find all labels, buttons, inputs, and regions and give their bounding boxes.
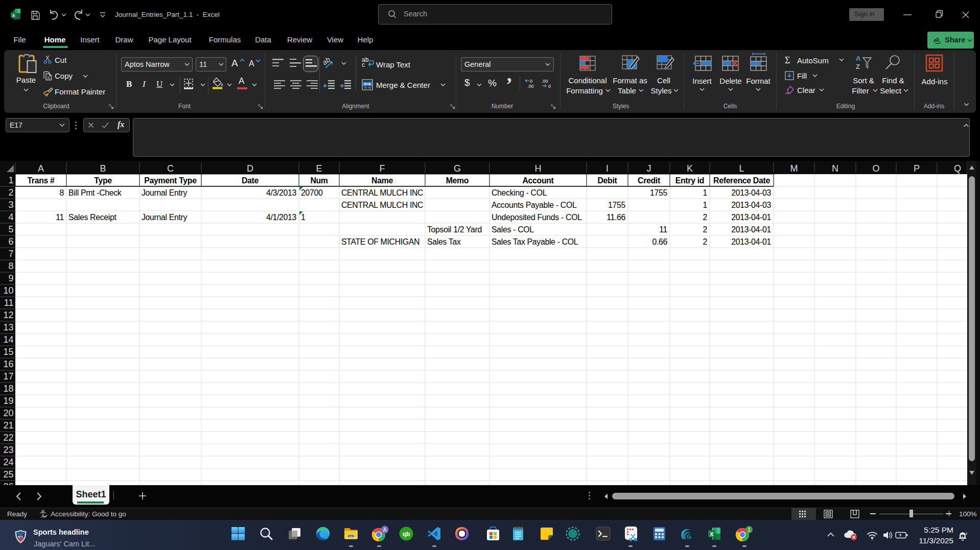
svg-text:Sales Receipt: Sales Receipt <box>68 213 116 222</box>
svg-text:Type: Type <box>94 176 112 185</box>
svg-text:I: I <box>606 163 609 174</box>
svg-text:1755: 1755 <box>650 188 667 197</box>
svg-text:F: F <box>380 163 385 174</box>
svg-text:4/1/2013: 4/1/2013 <box>266 213 297 222</box>
svg-text:Bill Pmt -Check: Bill Pmt -Check <box>68 188 122 197</box>
svg-text:D: D <box>247 163 253 174</box>
svg-text:CENTRAL MULCH INC: CENTRAL MULCH INC <box>341 201 423 209</box>
svg-text:11: 11 <box>659 225 667 234</box>
svg-text:Undeposited Funds - COL: Undeposited Funds - COL <box>492 213 582 222</box>
svg-text:Account: Account <box>522 176 554 185</box>
svg-text:2013-04-03: 2013-04-03 <box>731 201 771 209</box>
svg-text:19: 19 <box>3 396 13 406</box>
svg-text:12: 12 <box>3 310 13 320</box>
svg-text:16: 16 <box>3 359 13 369</box>
svg-text:A: A <box>856 55 861 62</box>
svg-text:2013-04-03: 2013-04-03 <box>731 188 771 197</box>
svg-text:25: 25 <box>3 469 13 480</box>
svg-text:7: 7 <box>8 249 13 259</box>
svg-text:2: 2 <box>703 225 708 234</box>
svg-text:11.66: 11.66 <box>606 213 625 222</box>
svg-text:26: 26 <box>3 482 13 485</box>
svg-text:z: z <box>966 531 968 536</box>
svg-text:Q: Q <box>954 163 961 174</box>
svg-text:H: H <box>535 163 542 174</box>
svg-text:2013-04-01: 2013-04-01 <box>731 225 771 234</box>
svg-text:23: 23 <box>3 445 13 455</box>
svg-text:Name: Name <box>371 176 393 185</box>
svg-text:Accounts Payable - COL: Accounts Payable - COL <box>492 201 577 209</box>
svg-text:x: x <box>12 13 15 18</box>
svg-text:N: N <box>832 163 838 174</box>
svg-text:20700: 20700 <box>301 188 323 197</box>
svg-text:E: E <box>316 163 322 174</box>
svg-text:J: J <box>647 163 651 174</box>
svg-text:A: A <box>38 163 44 174</box>
svg-text:9: 9 <box>8 273 13 283</box>
svg-text:1: 1 <box>703 188 708 197</box>
svg-text:K: K <box>687 163 693 174</box>
svg-text:Entry id: Entry id <box>675 176 704 185</box>
svg-text:Reference Date: Reference Date <box>713 176 770 185</box>
svg-text:Debit: Debit <box>598 176 618 185</box>
svg-text:Trans #: Trans # <box>27 176 55 185</box>
svg-text:Z: Z <box>856 63 860 70</box>
svg-text:Sales - COL: Sales - COL <box>492 225 534 234</box>
svg-text:3: 3 <box>8 200 13 210</box>
svg-text:1: 1 <box>748 527 751 533</box>
svg-text:.00: .00 <box>542 79 548 84</box>
svg-text:Memo: Memo <box>446 176 469 185</box>
svg-text:14: 14 <box>3 334 13 345</box>
svg-text:P: P <box>914 163 920 174</box>
svg-text:Journal Entry: Journal Entry <box>142 188 188 197</box>
svg-text:Sales Tax Payable - COL: Sales Tax Payable - COL <box>492 237 578 246</box>
svg-text:z: z <box>962 535 964 538</box>
svg-text:11: 11 <box>56 213 64 222</box>
svg-text:O: O <box>872 163 879 174</box>
svg-text:Checking - COL: Checking - COL <box>492 188 547 197</box>
svg-text:Num: Num <box>310 176 328 185</box>
svg-text:Journal Entry: Journal Entry <box>142 213 188 222</box>
svg-text:13: 13 <box>3 322 13 332</box>
svg-text:1755: 1755 <box>608 201 625 209</box>
svg-text:8: 8 <box>60 188 64 197</box>
svg-text:Credit: Credit <box>638 176 661 185</box>
svg-text:0: 0 <box>548 84 551 89</box>
svg-text:5: 5 <box>8 224 13 234</box>
svg-text:0: 0 <box>530 79 532 84</box>
svg-text:20: 20 <box>3 408 13 418</box>
svg-text:Sales Tax: Sales Tax <box>427 237 461 246</box>
svg-text:A: A <box>383 527 387 533</box>
svg-text:qb: qb <box>403 531 410 538</box>
svg-text:6: 6 <box>8 236 13 247</box>
svg-text:Date: Date <box>242 176 259 185</box>
svg-text:8: 8 <box>8 261 13 271</box>
svg-text:2013-04-01: 2013-04-01 <box>731 237 771 246</box>
svg-text:B: B <box>100 163 106 174</box>
svg-text:18: 18 <box>3 384 13 394</box>
svg-text:2: 2 <box>703 213 708 222</box>
svg-text:4: 4 <box>8 212 13 222</box>
svg-text:L: L <box>739 163 744 174</box>
svg-text:17: 17 <box>3 371 13 381</box>
svg-text:1: 1 <box>8 175 13 185</box>
svg-text:C: C <box>167 163 174 174</box>
svg-text:M: M <box>790 163 798 174</box>
svg-text:4/3/2013: 4/3/2013 <box>266 188 297 197</box>
svg-text:G: G <box>454 163 461 174</box>
svg-text:0.66: 0.66 <box>652 237 667 246</box>
svg-text:11: 11 <box>4 298 14 308</box>
svg-text:15: 15 <box>3 347 13 357</box>
svg-text:2: 2 <box>703 237 708 246</box>
svg-text:CENTRAL MULCH INC: CENTRAL MULCH INC <box>341 188 423 197</box>
svg-text:21: 21 <box>3 420 13 431</box>
svg-text:24: 24 <box>3 457 13 467</box>
svg-text:Topsoil 1/2 Yard: Topsoil 1/2 Yard <box>427 225 482 234</box>
svg-text:2013-04-01: 2013-04-01 <box>731 213 771 222</box>
svg-text:10: 10 <box>3 285 13 296</box>
svg-text:.00: .00 <box>527 84 534 89</box>
svg-text:1: 1 <box>703 201 708 209</box>
svg-text:1: 1 <box>301 213 306 222</box>
svg-text:STATE OF MICHIGAN: STATE OF MICHIGAN <box>341 237 419 246</box>
svg-text:X: X <box>710 531 714 537</box>
